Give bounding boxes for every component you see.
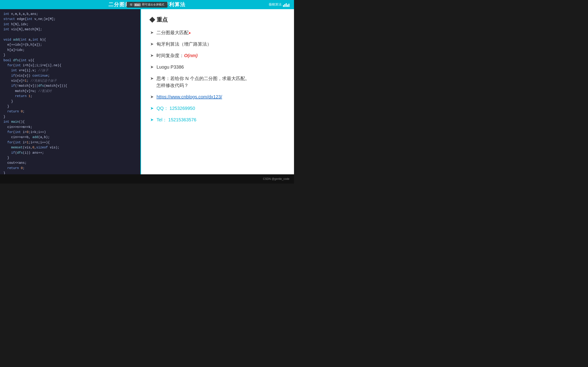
- item-text: 二分图最大匹配: [156, 29, 190, 36]
- list-item: ➤ QQ： 1253269950: [150, 105, 285, 112]
- qq-contact: QQ： 1253269950: [156, 105, 195, 112]
- credit-text: CSDN @gentle_code: [263, 177, 289, 181]
- complexity-text: O(nm): [184, 53, 198, 58]
- blog-link[interactable]: https://www.cnblogs.com/dx123/: [156, 93, 222, 100]
- bullet-arrow-icon: ➤: [150, 75, 154, 82]
- bullet-arrow-icon: ➤: [150, 117, 154, 123]
- item-text: Luogu P3386: [156, 64, 184, 70]
- list-item: ➤ https://www.cnblogs.com/dx123/: [150, 93, 285, 100]
- brand-bars-icon: [283, 2, 289, 7]
- list-item: ➤ 时间复杂度：O(nm): [150, 52, 285, 59]
- item-text: 匈牙利算法（增广路算法）: [156, 41, 212, 48]
- right-panel: 重点 ➤ 二分图最大匹配 ➤ 匈牙利算法（增广路算法） ➤ 时间复杂度：O(nm…: [141, 9, 294, 174]
- bullet-arrow-icon: ➤: [150, 105, 154, 111]
- code-block: int n,m,k,a,b,ans; struct edge{int v,ne;…: [3, 11, 137, 174]
- bullet-arrow-icon: ➤: [150, 52, 154, 59]
- list-item: ➤ 匈牙利算法（增广路算法）: [150, 41, 285, 48]
- section-title: 重点: [150, 16, 285, 23]
- esc-notification: 按 Esc 即可退出全屏模式: [127, 2, 167, 8]
- bullet-arrow-icon: ➤: [150, 64, 154, 70]
- list-item: ➤ 二分图最大匹配: [150, 29, 285, 36]
- section-title-text: 重点: [157, 16, 168, 23]
- main-content: int n,m,k,a,b,ans; struct edge{int v,ne;…: [0, 9, 294, 174]
- diamond-icon: [149, 17, 155, 23]
- list-item: ➤ Tel： 15215363576: [150, 116, 285, 123]
- esc-prefix: 按: [130, 3, 132, 7]
- red-dot: [189, 32, 190, 34]
- code-panel: int n,m,k,a,b,ans; struct edge{int v,ne;…: [0, 9, 141, 174]
- item-text: 思考：若给你 N 个点的二分图，求最大匹配。怎样修改代码？: [156, 75, 250, 89]
- top-bar: 按 Esc 即可退出全屏模式 二分图最大匹配——匈牙利算法 薇晓算法: [0, 0, 294, 9]
- tel-contact: Tel： 15215363576: [156, 116, 196, 123]
- brand-logo: 薇晓算法: [269, 2, 289, 7]
- item-text: 时间复杂度：O(nm): [156, 52, 198, 59]
- esc-key: Esc: [134, 3, 141, 6]
- esc-suffix: 即可退出全屏模式: [142, 3, 164, 7]
- list-item: ➤ Luogu P3386: [150, 64, 285, 70]
- list-item: ➤ 思考：若给你 N 个点的二分图，求最大匹配。怎样修改代码？: [150, 75, 285, 89]
- bullet-arrow-icon: ➤: [150, 30, 154, 36]
- bullet-arrow-icon: ➤: [150, 41, 154, 47]
- brand-name: 薇晓算法: [269, 2, 282, 7]
- bottom-bar: CSDN @gentle_code: [0, 174, 294, 184]
- bullet-arrow-icon: ➤: [150, 94, 154, 100]
